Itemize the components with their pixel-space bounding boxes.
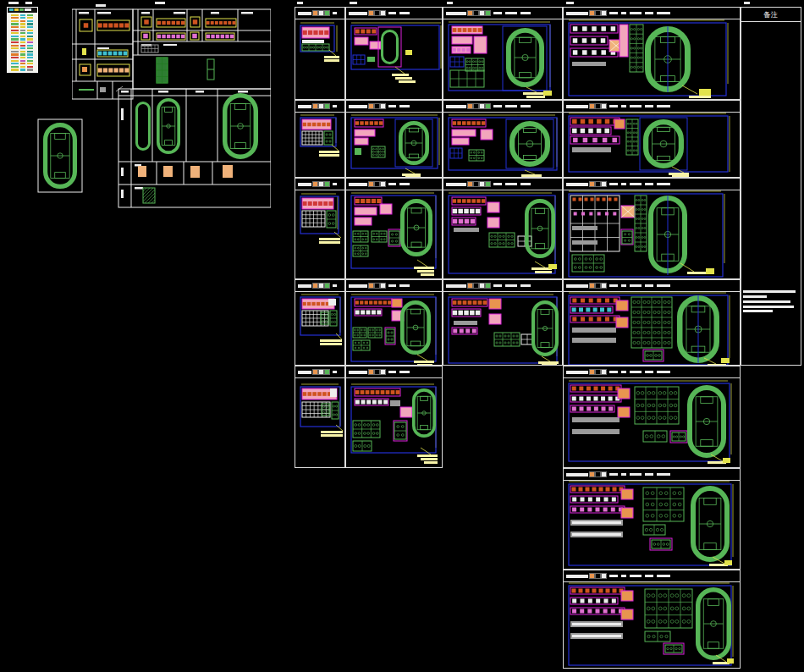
layer-title-chip (19, 8, 24, 11)
legend-chip-mg (596, 472, 600, 476)
legend-chip-wh (381, 370, 385, 374)
legend-chip-or (313, 370, 317, 374)
legend-chip-mg (474, 11, 478, 15)
legend-chip-wh (319, 284, 323, 288)
layer-legend-table (7, 7, 38, 73)
tiny-text-mark (8, 2, 19, 4)
tiny-text-mark (155, 2, 165, 4)
legend-chip-wh (602, 11, 606, 15)
layer-legend-title-bar (8, 8, 37, 13)
site-plan-panel-r1c1 (295, 7, 345, 100)
legend-chip-or (590, 370, 594, 374)
panel-title-bar (564, 8, 740, 19)
tiny-text-mark (566, 2, 574, 4)
layer-color-chip (27, 57, 33, 58)
legend-chip-or (590, 472, 594, 476)
site-plan-panel-r3c2 (345, 178, 443, 279)
panel-title-text (446, 183, 466, 186)
panel-header-label (621, 105, 626, 107)
legend-chip-mg (596, 104, 600, 108)
panel-header-label (493, 183, 502, 185)
site-plan-panel-r1c2 (345, 7, 443, 100)
panel-title-bar (295, 280, 344, 292)
site-plan-panel-r2c1 (295, 100, 345, 178)
panel-header-label (609, 105, 618, 107)
legend-chip-wh (602, 472, 606, 476)
panel-header-label (388, 371, 396, 373)
note-text-line (743, 290, 796, 293)
cad-sheet-canvas[interactable]: 备注 (0, 0, 804, 672)
panel-title-bar (346, 101, 442, 113)
panel-header-label (505, 183, 517, 185)
remarks-title: 备注 (741, 8, 801, 22)
panel-header-label (645, 284, 653, 287)
panel-header-label (621, 371, 626, 373)
panel-header-label (657, 105, 670, 107)
layer-color-chip (20, 41, 25, 43)
panel-header-label (645, 12, 653, 14)
layer-color-chip (11, 60, 19, 62)
legend-chip-or (313, 182, 317, 186)
legend-chip-or (369, 284, 373, 288)
legend-chip-wh (381, 284, 385, 288)
panel-header-label (333, 371, 337, 373)
note-text-line (743, 306, 794, 308)
panel-header-label (630, 575, 642, 577)
panel-header-label (609, 575, 618, 577)
legend-chip-or (590, 182, 594, 186)
layer-color-chip (11, 51, 19, 52)
panel-title-text (298, 183, 311, 186)
layer-color-chip (27, 32, 33, 34)
panel-header-label (645, 105, 653, 107)
site-plan-panel-r5c4 (563, 366, 741, 468)
legend-chip-mg (474, 182, 478, 186)
site-plan-drawing (443, 8, 562, 99)
panel-title-text (566, 473, 588, 476)
layer-color-chip (20, 36, 25, 37)
layer-color-chip (27, 53, 33, 55)
panel-title-text (446, 12, 466, 15)
panel-header-label (621, 183, 626, 185)
site-plan-panel-r2c2 (345, 100, 443, 178)
site-plan-panel-r4c1 (295, 279, 345, 366)
site-plan-drawing (564, 366, 740, 467)
site-plan-drawing (564, 280, 740, 365)
site-plan-panel-r6c4 (563, 468, 741, 570)
panel-header-label (399, 284, 410, 287)
panel-header-label (630, 371, 642, 373)
panel-title-bar (443, 8, 562, 19)
legend-chip-gr (325, 370, 329, 374)
legend-chip-wh (602, 370, 606, 374)
panel-header-label (630, 473, 642, 476)
site-plan-drawing (443, 179, 562, 278)
site-plan-drawing (295, 179, 344, 278)
panel-header-label (645, 473, 653, 476)
layer-color-chip (27, 45, 33, 47)
panel-header-label (399, 371, 410, 373)
site-plan-panel-r5c2 (345, 366, 443, 468)
layer-color-chip (11, 30, 19, 31)
panel-title-bar (443, 179, 562, 190)
legend-chip-mg (596, 574, 600, 578)
legend-chip-or (313, 104, 317, 108)
panel-header-label (609, 12, 618, 14)
layer-color-chip (11, 26, 19, 28)
legend-chip-or (468, 11, 472, 15)
layer-color-chip (11, 63, 19, 64)
layer-color-chip (27, 69, 33, 70)
legend-chip-wh (319, 370, 323, 374)
site-plan-drawing (346, 179, 442, 278)
panel-header-label (505, 105, 517, 107)
legend-chip-mg (375, 11, 379, 15)
legend-chip-or (369, 11, 373, 15)
layer-color-chip (11, 53, 19, 55)
site-plan-panel-r3c4 (563, 178, 741, 279)
panel-header-label (505, 12, 517, 14)
legend-chip-wh (319, 182, 323, 186)
site-plan-panel-r2c3 (443, 100, 563, 178)
layer-color-chip (20, 20, 25, 22)
panel-title-text (298, 105, 311, 108)
layer-color-chip (11, 57, 19, 58)
legend-chip-gr (325, 182, 329, 186)
legend-chip-or (590, 284, 594, 288)
